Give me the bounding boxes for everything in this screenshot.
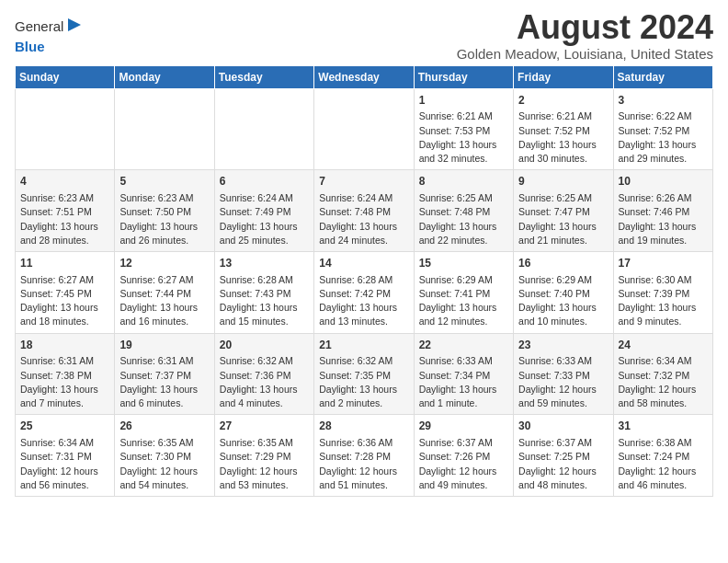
calendar-header-friday: Friday [514, 65, 613, 88]
logo-blue: Blue [15, 39, 45, 54]
day-info: Sunrise: 6:32 AM Sunset: 7:35 PM Dayligh… [319, 354, 408, 410]
calendar-cell: 2Sunrise: 6:21 AM Sunset: 7:52 PM Daylig… [514, 88, 613, 170]
calendar-cell: 18Sunrise: 6:31 AM Sunset: 7:38 PM Dayli… [16, 333, 115, 415]
page-subtitle: Golden Meadow, Louisiana, United States [457, 46, 713, 62]
day-number: 14 [319, 256, 408, 271]
day-info: Sunrise: 6:29 AM Sunset: 7:40 PM Dayligh… [518, 273, 608, 329]
calendar-cell: 4Sunrise: 6:23 AM Sunset: 7:51 PM Daylig… [16, 170, 115, 252]
day-number: 13 [220, 256, 309, 271]
calendar-cell: 1Sunrise: 6:21 AM Sunset: 7:53 PM Daylig… [414, 88, 513, 170]
day-info: Sunrise: 6:29 AM Sunset: 7:41 PM Dayligh… [419, 273, 508, 329]
title-block: August 2024 Golden Meadow, Louisiana, Un… [457, 9, 713, 62]
day-info: Sunrise: 6:34 AM Sunset: 7:32 PM Dayligh… [619, 354, 708, 410]
calendar-cell: 12Sunrise: 6:27 AM Sunset: 7:44 PM Dayli… [115, 251, 214, 333]
day-info: Sunrise: 6:33 AM Sunset: 7:34 PM Dayligh… [419, 354, 508, 410]
day-info: Sunrise: 6:25 AM Sunset: 7:48 PM Dayligh… [419, 191, 508, 247]
day-info: Sunrise: 6:23 AM Sunset: 7:51 PM Dayligh… [20, 191, 109, 247]
day-info: Sunrise: 6:35 AM Sunset: 7:29 PM Dayligh… [220, 436, 309, 492]
day-info: Sunrise: 6:33 AM Sunset: 7:33 PM Dayligh… [518, 354, 608, 410]
calendar-cell: 28Sunrise: 6:36 AM Sunset: 7:28 PM Dayli… [314, 415, 414, 497]
day-info: Sunrise: 6:22 AM Sunset: 7:52 PM Dayligh… [619, 109, 708, 166]
day-number: 7 [319, 174, 408, 190]
day-info: Sunrise: 6:21 AM Sunset: 7:52 PM Dayligh… [518, 109, 608, 166]
day-number: 19 [119, 338, 209, 353]
calendar-cell [314, 88, 414, 170]
calendar-cell: 7Sunrise: 6:24 AM Sunset: 7:48 PM Daylig… [314, 170, 414, 252]
day-info: Sunrise: 6:36 AM Sunset: 7:28 PM Dayligh… [319, 436, 408, 492]
calendar-cell: 13Sunrise: 6:28 AM Sunset: 7:43 PM Dayli… [214, 251, 313, 333]
day-number: 24 [619, 338, 708, 353]
day-number: 8 [419, 174, 508, 190]
calendar-cell: 20Sunrise: 6:32 AM Sunset: 7:36 PM Dayli… [214, 333, 313, 415]
day-number: 20 [220, 338, 309, 353]
day-number: 27 [220, 419, 309, 434]
calendar-cell: 31Sunrise: 6:38 AM Sunset: 7:24 PM Dayli… [613, 415, 712, 497]
calendar-header-wednesday: Wednesday [314, 65, 414, 88]
day-info: Sunrise: 6:24 AM Sunset: 7:49 PM Dayligh… [220, 191, 309, 247]
day-number: 31 [619, 419, 708, 434]
calendar-header-thursday: Thursday [414, 65, 513, 88]
day-info: Sunrise: 6:24 AM Sunset: 7:48 PM Dayligh… [319, 191, 408, 247]
day-number: 18 [20, 338, 109, 353]
calendar-cell: 22Sunrise: 6:33 AM Sunset: 7:34 PM Dayli… [414, 333, 513, 415]
calendar-cell: 30Sunrise: 6:37 AM Sunset: 7:25 PM Dayli… [514, 415, 613, 497]
calendar-header-row: SundayMondayTuesdayWednesdayThursdayFrid… [16, 65, 713, 88]
calendar-cell: 27Sunrise: 6:35 AM Sunset: 7:29 PM Dayli… [214, 415, 313, 497]
calendar-cell: 11Sunrise: 6:27 AM Sunset: 7:45 PM Dayli… [16, 251, 115, 333]
logo-general: General [15, 19, 63, 35]
calendar-cell: 3Sunrise: 6:22 AM Sunset: 7:52 PM Daylig… [613, 88, 712, 170]
calendar-cell: 15Sunrise: 6:29 AM Sunset: 7:41 PM Dayli… [414, 251, 513, 333]
day-number: 11 [20, 256, 109, 271]
svg-marker-0 [68, 18, 81, 31]
calendar-cell: 19Sunrise: 6:31 AM Sunset: 7:37 PM Dayli… [115, 333, 214, 415]
day-info: Sunrise: 6:25 AM Sunset: 7:47 PM Dayligh… [518, 191, 608, 247]
day-info: Sunrise: 6:34 AM Sunset: 7:31 PM Dayligh… [20, 436, 109, 492]
logo-icon [64, 15, 85, 35]
calendar-header-sunday: Sunday [16, 65, 115, 88]
calendar-week-row: 4Sunrise: 6:23 AM Sunset: 7:51 PM Daylig… [16, 170, 713, 252]
day-number: 29 [419, 419, 508, 434]
calendar-cell: 23Sunrise: 6:33 AM Sunset: 7:33 PM Dayli… [514, 333, 613, 415]
day-number: 12 [119, 256, 209, 271]
day-number: 30 [518, 419, 608, 434]
calendar-cell: 21Sunrise: 6:32 AM Sunset: 7:35 PM Dayli… [314, 333, 414, 415]
calendar-cell: 10Sunrise: 6:26 AM Sunset: 7:46 PM Dayli… [613, 170, 712, 252]
day-number: 15 [419, 256, 508, 271]
calendar-cell: 25Sunrise: 6:34 AM Sunset: 7:31 PM Dayli… [16, 415, 115, 497]
page-title: August 2024 [457, 9, 713, 46]
calendar-week-row: 11Sunrise: 6:27 AM Sunset: 7:45 PM Dayli… [16, 251, 713, 333]
day-info: Sunrise: 6:28 AM Sunset: 7:42 PM Dayligh… [319, 273, 408, 329]
calendar-cell [115, 88, 214, 170]
calendar-week-row: 18Sunrise: 6:31 AM Sunset: 7:38 PM Dayli… [16, 333, 713, 415]
day-number: 5 [119, 174, 209, 190]
calendar-week-row: 25Sunrise: 6:34 AM Sunset: 7:31 PM Dayli… [16, 415, 713, 497]
day-number: 9 [518, 174, 608, 190]
day-number: 4 [20, 174, 109, 190]
calendar-week-row: 1Sunrise: 6:21 AM Sunset: 7:53 PM Daylig… [16, 88, 713, 170]
calendar-header-tuesday: Tuesday [214, 65, 313, 88]
day-info: Sunrise: 6:32 AM Sunset: 7:36 PM Dayligh… [220, 354, 309, 410]
day-info: Sunrise: 6:31 AM Sunset: 7:38 PM Dayligh… [20, 354, 109, 410]
day-info: Sunrise: 6:35 AM Sunset: 7:30 PM Dayligh… [119, 436, 209, 492]
calendar-cell: 14Sunrise: 6:28 AM Sunset: 7:42 PM Dayli… [314, 251, 414, 333]
calendar-cell: 6Sunrise: 6:24 AM Sunset: 7:49 PM Daylig… [214, 170, 313, 252]
calendar-header-saturday: Saturday [613, 65, 712, 88]
day-number: 6 [220, 174, 309, 190]
day-number: 21 [319, 338, 408, 353]
day-info: Sunrise: 6:37 AM Sunset: 7:26 PM Dayligh… [419, 436, 508, 492]
calendar-cell: 9Sunrise: 6:25 AM Sunset: 7:47 PM Daylig… [514, 170, 613, 252]
logo: General Blue [15, 15, 85, 55]
day-info: Sunrise: 6:26 AM Sunset: 7:46 PM Dayligh… [619, 191, 708, 247]
day-info: Sunrise: 6:23 AM Sunset: 7:50 PM Dayligh… [119, 191, 209, 247]
calendar-cell [16, 88, 115, 170]
day-info: Sunrise: 6:31 AM Sunset: 7:37 PM Dayligh… [119, 354, 209, 410]
day-number: 17 [619, 256, 708, 271]
day-number: 22 [419, 338, 508, 353]
day-number: 1 [419, 93, 508, 109]
day-number: 16 [518, 256, 608, 271]
day-number: 25 [20, 419, 109, 434]
calendar-cell: 29Sunrise: 6:37 AM Sunset: 7:26 PM Dayli… [414, 415, 513, 497]
calendar-cell: 17Sunrise: 6:30 AM Sunset: 7:39 PM Dayli… [613, 251, 712, 333]
day-info: Sunrise: 6:38 AM Sunset: 7:24 PM Dayligh… [619, 436, 708, 492]
day-number: 3 [619, 93, 708, 109]
